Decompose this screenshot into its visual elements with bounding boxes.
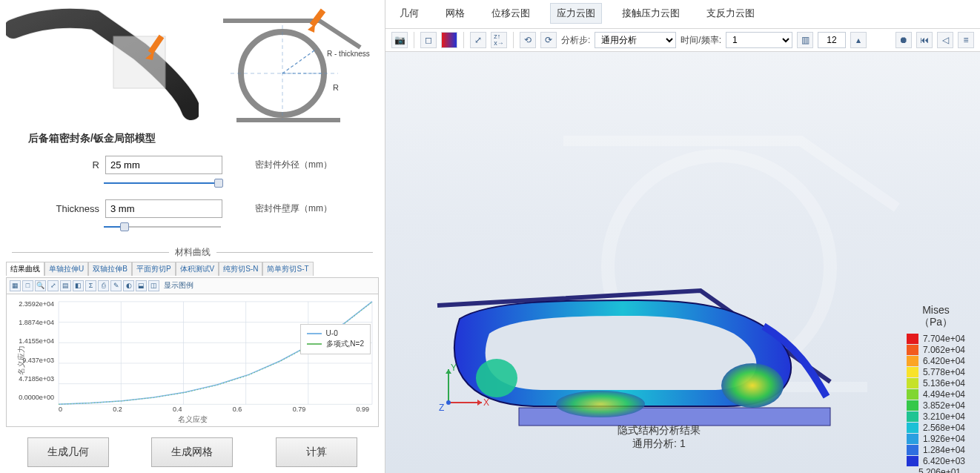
- legend-entry: 1.926e+04: [907, 434, 965, 444]
- model-title: 后备箱密封条/钣金局部模型: [28, 132, 379, 145]
- colormap-icon[interactable]: [441, 32, 457, 48]
- legend-entry: 1.284e+04: [907, 445, 965, 455]
- mat-tab-3[interactable]: 平面剪切P: [132, 262, 176, 276]
- right-panel: 几何 网格 位移云图 应力云图 接触压力云图 支反力云图 📷 ◻ ⤢ z↑x→ …: [385, 0, 980, 473]
- chart-tool-icon[interactable]: Σ: [85, 280, 96, 291]
- time-freq-label: 时间/频率:: [681, 34, 721, 47]
- compute-button[interactable]: 计算: [276, 437, 357, 467]
- time-freq-select[interactable]: 1: [726, 32, 792, 48]
- legend-entry: 6.420e+04: [907, 356, 965, 366]
- chart-tool-icon[interactable]: ◫: [148, 280, 159, 291]
- chart-tool-icon[interactable]: ⬓: [136, 280, 147, 291]
- viewport-3d[interactable]: X Y Z 隐式结构分析结果 通用分析: 1 Mises （Pa） 7.704e…: [385, 52, 980, 473]
- material-chart: U-0 多项式,N=2 2.3592e+04 1.8874e+04 1.4155…: [6, 294, 379, 427]
- param-t-row: Thickness 密封件壁厚（mm）: [50, 199, 379, 218]
- chart-tool-icon[interactable]: ✎: [110, 280, 122, 291]
- param-t-input[interactable]: [105, 199, 222, 218]
- svg-point-29: [446, 400, 451, 405]
- play-mode-icon[interactable]: ▥: [797, 32, 813, 48]
- mat-tab-4[interactable]: 体积测试V: [176, 262, 219, 276]
- mat-tab-0[interactable]: 结果曲线: [6, 262, 44, 276]
- rotate2-icon[interactable]: ⟳: [540, 32, 557, 48]
- chart-tool-icon[interactable]: ⤢: [47, 280, 59, 291]
- svg-text:Z: Z: [439, 403, 444, 413]
- chart-ylabel: 名义应力: [16, 345, 27, 375]
- chart-toolbar: ▦ □ 🔍 ⤢ ▤ ◧ Σ ⎙ ✎ ◐ ⬓ ◫ 显示图例: [6, 277, 379, 294]
- tab-displacement[interactable]: 位移云图: [485, 3, 537, 24]
- generate-geometry-button[interactable]: 生成几何: [27, 437, 109, 467]
- legend-entry: 5.136e+04: [907, 378, 965, 388]
- svg-text:X: X: [483, 397, 489, 408]
- chart-tool-icon[interactable]: ◧: [73, 280, 84, 291]
- svg-point-23: [556, 391, 645, 417]
- legend-entry: 5.778e+04: [907, 367, 965, 377]
- param-r-slider[interactable]: [104, 179, 221, 188]
- cross-section-diagram: R R - thickness: [208, 3, 379, 129]
- chart-tool-icon[interactable]: ▦: [10, 280, 21, 291]
- camera-icon[interactable]: 📷: [391, 32, 408, 48]
- tab-mesh[interactable]: 网格: [439, 3, 471, 24]
- mat-tab-2[interactable]: 双轴拉伸B: [88, 262, 132, 276]
- legend-entry: 7.704e+04: [907, 334, 965, 344]
- param-t-slider[interactable]: [104, 222, 221, 231]
- axes-icon[interactable]: z↑x→: [491, 32, 507, 48]
- material-divider: 材料曲线: [6, 246, 379, 259]
- param-r-row: R 密封件外径（mm）: [50, 156, 379, 174]
- chart-tool-icon[interactable]: ▤: [60, 280, 71, 291]
- legend-entry: 3.210e+04: [907, 411, 965, 422]
- rt-annotation: R - thickness: [327, 50, 370, 58]
- view-toolbar: 📷 ◻ ⤢ z↑x→ ⟲ ⟳ 分析步: 通用分析 时间/频率: 1 ▥ ▴ ⏺ …: [385, 29, 980, 52]
- action-buttons: 生成几何 生成网格 计算: [6, 437, 379, 467]
- r-annotation: R: [333, 83, 339, 92]
- cube-view-icon[interactable]: ◻: [420, 32, 437, 48]
- param-r-label: R: [50, 159, 99, 171]
- param-r-desc: 密封件外径（mm）: [255, 159, 332, 171]
- legend-entry: 2.568e+04: [907, 423, 965, 433]
- chart-legend: U-0 多项式,N=2: [300, 324, 371, 354]
- material-tabs: 结果曲线 单轴拉伸U 双轴拉伸B 平面剪切P 体积测试V 纯剪切S-N 简单剪切…: [6, 262, 379, 276]
- view-tabs: 几何 网格 位移云图 应力云图 接触压力云图 支反力云图: [385, 0, 980, 29]
- legend-entry: 4.494e+04: [907, 389, 965, 400]
- chart-tool-icon[interactable]: □: [22, 280, 33, 291]
- result-caption: 隐式结构分析结果 通用分析: 1: [618, 424, 701, 451]
- mat-tab-6[interactable]: 简单剪切S-T: [262, 262, 313, 276]
- chart-tool-legend-label[interactable]: 显示图例: [164, 280, 193, 291]
- analysis-step-label: 分析步:: [561, 34, 590, 47]
- play-reverse-icon[interactable]: ◁: [937, 32, 953, 48]
- tab-geometry[interactable]: 几何: [393, 3, 426, 24]
- stepper-up-icon[interactable]: ▴: [850, 32, 867, 48]
- svg-text:Y: Y: [451, 363, 457, 373]
- legend-entry: 5.206e+01: [918, 467, 965, 473]
- generate-mesh-button[interactable]: 生成网格: [151, 437, 233, 467]
- menu-icon[interactable]: ≡: [958, 32, 974, 48]
- record-icon[interactable]: ⏺: [895, 32, 912, 48]
- model-diagrams: R R - thickness: [6, 3, 379, 129]
- svg-line-4: [282, 49, 317, 73]
- fit-icon[interactable]: ⤢: [470, 32, 486, 48]
- axis-gizmo: X Y Z: [437, 362, 489, 414]
- chart-xticks: 0 0.2 0.4 0.6 0.79 0.99: [59, 406, 369, 413]
- chart-tool-icon[interactable]: 🔍: [35, 280, 46, 291]
- mat-tab-1[interactable]: 单轴拉伸U: [44, 262, 88, 276]
- legend-entry: 6.420e+03: [907, 456, 965, 466]
- param-r-input[interactable]: [105, 156, 222, 174]
- legend-entry: 3.852e+04: [907, 400, 965, 411]
- chart-tool-icon[interactable]: ⎙: [98, 280, 109, 291]
- tab-contact-pressure[interactable]: 接触压力云图: [615, 3, 686, 24]
- color-legend: Mises （Pa） 7.704e+047.062e+046.420e+045.…: [907, 304, 965, 473]
- tab-reaction-force[interactable]: 支反力云图: [700, 3, 761, 24]
- param-t-desc: 密封件壁厚（mm）: [255, 202, 332, 215]
- tab-stress[interactable]: 应力云图: [550, 3, 602, 24]
- rotate-icon[interactable]: ⟲: [520, 32, 536, 48]
- left-panel: R R - thickness 后备箱密封条/钣金局部模型 R 密封件外径（mm…: [0, 0, 385, 473]
- analysis-step-select[interactable]: 通用分析: [595, 32, 676, 48]
- stress-contour: [415, 259, 860, 452]
- chart-tool-icon[interactable]: ◐: [123, 280, 134, 291]
- legend-entry: 7.062e+04: [907, 345, 965, 355]
- skip-start-icon[interactable]: ⏮: [916, 32, 933, 48]
- svg-point-22: [721, 363, 784, 408]
- chart-xlabel: 名义应变: [178, 414, 208, 425]
- frame-number-input[interactable]: [818, 32, 846, 48]
- param-t-label: Thickness: [50, 203, 99, 214]
- mat-tab-5[interactable]: 纯剪切S-N: [219, 262, 262, 276]
